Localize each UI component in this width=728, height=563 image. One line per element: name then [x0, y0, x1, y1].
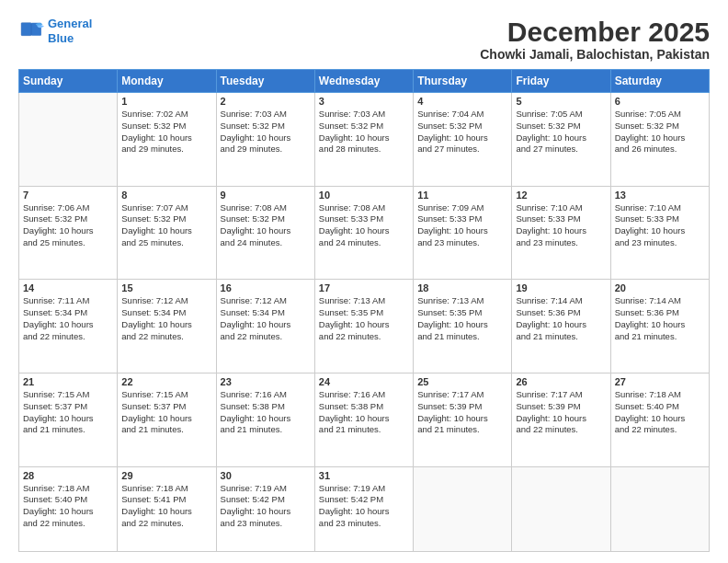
- svg-rect-0: [21, 22, 31, 35]
- day-number: 15: [121, 282, 211, 293]
- weekday-header-thursday: Thursday: [414, 70, 512, 93]
- calendar-table: SundayMondayTuesdayWednesdayThursdayFrid…: [18, 69, 710, 552]
- calendar-cell: 7Sunrise: 7:06 AM Sunset: 5:32 PM Daylig…: [19, 186, 118, 280]
- day-number: 2: [221, 96, 311, 107]
- calendar-cell: 25Sunrise: 7:17 AM Sunset: 5:39 PM Dayli…: [414, 373, 512, 466]
- day-info: Sunrise: 7:15 AM Sunset: 5:37 PM Dayligh…: [23, 389, 113, 436]
- calendar-cell: 3Sunrise: 7:03 AM Sunset: 5:32 PM Daylig…: [314, 93, 413, 187]
- day-info: Sunrise: 7:18 AM Sunset: 5:41 PM Dayligh…: [121, 483, 211, 530]
- calendar-cell: 27Sunrise: 7:18 AM Sunset: 5:40 PM Dayli…: [610, 373, 709, 466]
- weekday-header-monday: Monday: [118, 70, 216, 93]
- day-info: Sunrise: 7:12 AM Sunset: 5:34 PM Dayligh…: [121, 295, 211, 342]
- calendar-cell: 21Sunrise: 7:15 AM Sunset: 5:37 PM Dayli…: [19, 373, 118, 466]
- calendar-week-3: 14Sunrise: 7:11 AM Sunset: 5:34 PM Dayli…: [19, 280, 710, 373]
- calendar-cell: 9Sunrise: 7:08 AM Sunset: 5:32 PM Daylig…: [216, 186, 314, 280]
- day-number: 29: [121, 470, 211, 481]
- page: General Blue December 2025 Chowki Jamali…: [0, 0, 728, 563]
- calendar-cell: 1Sunrise: 7:02 AM Sunset: 5:32 PM Daylig…: [118, 93, 216, 187]
- day-info: Sunrise: 7:16 AM Sunset: 5:38 PM Dayligh…: [221, 389, 311, 436]
- day-number: 30: [221, 470, 311, 481]
- day-number: 3: [319, 96, 409, 107]
- day-info: Sunrise: 7:03 AM Sunset: 5:32 PM Dayligh…: [221, 109, 311, 155]
- calendar-cell: 22Sunrise: 7:15 AM Sunset: 5:37 PM Dayli…: [118, 373, 216, 466]
- day-number: 8: [121, 190, 211, 201]
- day-info: Sunrise: 7:19 AM Sunset: 5:42 PM Dayligh…: [319, 483, 409, 530]
- logo: General Blue: [18, 17, 92, 45]
- day-info: Sunrise: 7:15 AM Sunset: 5:37 PM Dayligh…: [121, 389, 211, 436]
- day-number: 20: [615, 282, 705, 293]
- day-number: 23: [221, 376, 311, 387]
- calendar-cell: 26Sunrise: 7:17 AM Sunset: 5:39 PM Dayli…: [512, 373, 610, 466]
- day-info: Sunrise: 7:03 AM Sunset: 5:32 PM Dayligh…: [319, 109, 409, 155]
- calendar-cell: 2Sunrise: 7:03 AM Sunset: 5:32 PM Daylig…: [216, 93, 314, 187]
- calendar-cell: 11Sunrise: 7:09 AM Sunset: 5:33 PM Dayli…: [414, 186, 512, 280]
- calendar-cell: 4Sunrise: 7:04 AM Sunset: 5:32 PM Daylig…: [414, 93, 512, 187]
- calendar-cell: 14Sunrise: 7:11 AM Sunset: 5:34 PM Dayli…: [19, 280, 118, 373]
- calendar-cell: 16Sunrise: 7:12 AM Sunset: 5:34 PM Dayli…: [216, 280, 314, 373]
- day-info: Sunrise: 7:02 AM Sunset: 5:32 PM Dayligh…: [121, 109, 211, 155]
- day-number: 9: [221, 190, 311, 201]
- calendar-cell: 5Sunrise: 7:05 AM Sunset: 5:32 PM Daylig…: [512, 93, 610, 187]
- day-number: 24: [319, 376, 409, 387]
- day-info: Sunrise: 7:16 AM Sunset: 5:38 PM Dayligh…: [319, 389, 409, 436]
- day-number: 18: [417, 282, 507, 293]
- day-number: 22: [121, 376, 211, 387]
- day-number: 26: [516, 376, 606, 387]
- calendar-cell: 30Sunrise: 7:19 AM Sunset: 5:42 PM Dayli…: [216, 466, 314, 551]
- day-number: 17: [319, 282, 409, 293]
- calendar-week-5: 28Sunrise: 7:18 AM Sunset: 5:40 PM Dayli…: [19, 466, 710, 551]
- calendar-cell: 6Sunrise: 7:05 AM Sunset: 5:32 PM Daylig…: [610, 93, 709, 187]
- calendar-cell: [19, 93, 118, 187]
- calendar-cell: 13Sunrise: 7:10 AM Sunset: 5:33 PM Dayli…: [610, 186, 709, 280]
- calendar-cell: 28Sunrise: 7:18 AM Sunset: 5:40 PM Dayli…: [19, 466, 118, 551]
- day-number: 6: [615, 96, 705, 107]
- day-info: Sunrise: 7:13 AM Sunset: 5:35 PM Dayligh…: [417, 295, 507, 342]
- day-number: 14: [23, 282, 113, 293]
- calendar-cell: 29Sunrise: 7:18 AM Sunset: 5:41 PM Dayli…: [118, 466, 216, 551]
- day-info: Sunrise: 7:14 AM Sunset: 5:36 PM Dayligh…: [615, 295, 705, 342]
- day-info: Sunrise: 7:17 AM Sunset: 5:39 PM Dayligh…: [417, 389, 507, 436]
- calendar-week-2: 7Sunrise: 7:06 AM Sunset: 5:32 PM Daylig…: [19, 186, 710, 280]
- day-info: Sunrise: 7:11 AM Sunset: 5:34 PM Dayligh…: [23, 295, 113, 342]
- month-title: December 2025: [480, 17, 710, 47]
- title-section: December 2025 Chowki Jamali, Balochistan…: [480, 17, 710, 62]
- day-number: 12: [516, 190, 606, 201]
- calendar-week-1: 1Sunrise: 7:02 AM Sunset: 5:32 PM Daylig…: [19, 93, 710, 187]
- calendar-cell: [414, 466, 512, 551]
- calendar-cell: 18Sunrise: 7:13 AM Sunset: 5:35 PM Dayli…: [414, 280, 512, 373]
- day-number: 4: [417, 96, 507, 107]
- calendar-cell: 24Sunrise: 7:16 AM Sunset: 5:38 PM Dayli…: [314, 373, 413, 466]
- day-number: 11: [417, 190, 507, 201]
- day-number: 19: [516, 282, 606, 293]
- calendar-cell: [512, 466, 610, 551]
- day-number: 16: [221, 282, 311, 293]
- weekday-header-saturday: Saturday: [610, 70, 709, 93]
- calendar-cell: 12Sunrise: 7:10 AM Sunset: 5:33 PM Dayli…: [512, 186, 610, 280]
- logo-icon: [18, 18, 44, 44]
- day-info: Sunrise: 7:07 AM Sunset: 5:32 PM Dayligh…: [121, 202, 211, 249]
- day-number: 27: [615, 376, 705, 387]
- day-info: Sunrise: 7:18 AM Sunset: 5:40 PM Dayligh…: [615, 389, 705, 436]
- calendar-cell: 20Sunrise: 7:14 AM Sunset: 5:36 PM Dayli…: [610, 280, 709, 373]
- day-info: Sunrise: 7:08 AM Sunset: 5:33 PM Dayligh…: [319, 202, 409, 249]
- day-info: Sunrise: 7:05 AM Sunset: 5:32 PM Dayligh…: [615, 109, 705, 155]
- calendar-cell: 23Sunrise: 7:16 AM Sunset: 5:38 PM Dayli…: [216, 373, 314, 466]
- day-info: Sunrise: 7:19 AM Sunset: 5:42 PM Dayligh…: [221, 483, 311, 530]
- calendar-cell: 8Sunrise: 7:07 AM Sunset: 5:32 PM Daylig…: [118, 186, 216, 280]
- location-title: Chowki Jamali, Balochistan, Pakistan: [480, 47, 710, 62]
- day-info: Sunrise: 7:13 AM Sunset: 5:35 PM Dayligh…: [319, 295, 409, 342]
- logo-line2: Blue: [48, 31, 92, 46]
- calendar-cell: 10Sunrise: 7:08 AM Sunset: 5:33 PM Dayli…: [314, 186, 413, 280]
- day-info: Sunrise: 7:12 AM Sunset: 5:34 PM Dayligh…: [221, 295, 311, 342]
- calendar-cell: [610, 466, 709, 551]
- day-info: Sunrise: 7:18 AM Sunset: 5:40 PM Dayligh…: [23, 483, 113, 530]
- day-number: 25: [417, 376, 507, 387]
- header: General Blue December 2025 Chowki Jamali…: [18, 17, 710, 62]
- day-info: Sunrise: 7:04 AM Sunset: 5:32 PM Dayligh…: [417, 109, 507, 155]
- day-info: Sunrise: 7:06 AM Sunset: 5:32 PM Dayligh…: [23, 202, 113, 249]
- logo-line1: General: [48, 17, 92, 31]
- calendar-week-4: 21Sunrise: 7:15 AM Sunset: 5:37 PM Dayli…: [19, 373, 710, 466]
- calendar-cell: 15Sunrise: 7:12 AM Sunset: 5:34 PM Dayli…: [118, 280, 216, 373]
- weekday-header-wednesday: Wednesday: [314, 70, 413, 93]
- weekday-header-tuesday: Tuesday: [216, 70, 314, 93]
